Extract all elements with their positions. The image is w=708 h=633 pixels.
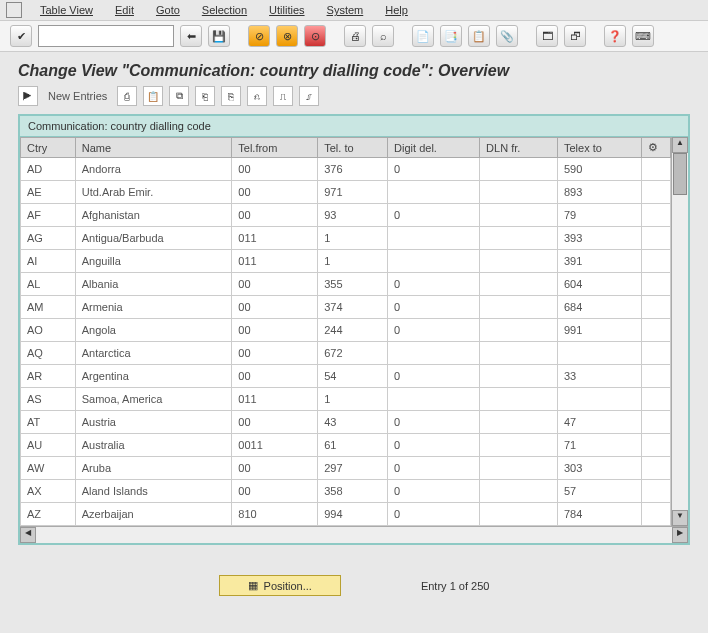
cell[interactable]: 00 xyxy=(232,342,318,365)
scroll-thumb[interactable] xyxy=(673,153,687,195)
cell[interactable] xyxy=(480,411,558,434)
table-row[interactable]: AQAntarctica00672 xyxy=(21,342,671,365)
cell[interactable]: AR xyxy=(21,365,76,388)
page-last-icon[interactable]: 📎 xyxy=(496,25,518,47)
table-row[interactable]: AFAfghanistan0093079 xyxy=(21,204,671,227)
cell[interactable]: 00 xyxy=(232,480,318,503)
menu-edit[interactable]: Edit xyxy=(111,2,138,18)
menu-system[interactable]: System xyxy=(323,2,368,18)
table-row[interactable]: ATAustria0043047 xyxy=(21,411,671,434)
cell[interactable]: 0 xyxy=(388,365,480,388)
cell[interactable]: 376 xyxy=(318,158,388,181)
cell[interactable]: Azerbaijan xyxy=(75,503,232,526)
cell[interactable]: AT xyxy=(21,411,76,434)
cell[interactable]: AS xyxy=(21,388,76,411)
cell[interactable]: 0 xyxy=(388,434,480,457)
cell[interactable] xyxy=(480,365,558,388)
cell[interactable] xyxy=(388,388,480,411)
cell[interactable]: AM xyxy=(21,296,76,319)
find-icon[interactable]: ⌕ xyxy=(372,25,394,47)
cell[interactable]: 994 xyxy=(318,503,388,526)
cell[interactable]: AL xyxy=(21,273,76,296)
cell[interactable]: AQ xyxy=(21,342,76,365)
copy-icon[interactable]: ⎙ xyxy=(117,86,137,106)
cell[interactable]: AZ xyxy=(21,503,76,526)
table-row[interactable]: AXAland Islands00358057 xyxy=(21,480,671,503)
cell[interactable]: 0 xyxy=(388,204,480,227)
cell[interactable]: 1 xyxy=(318,250,388,273)
cell[interactable]: 590 xyxy=(557,158,641,181)
config-icon[interactable]: ⎌ xyxy=(247,86,267,106)
cell[interactable]: 244 xyxy=(318,319,388,342)
cell[interactable]: Armenia xyxy=(75,296,232,319)
page-down-icon[interactable]: 📋 xyxy=(468,25,490,47)
cell[interactable]: 71 xyxy=(557,434,641,457)
menu-icon[interactable] xyxy=(6,2,22,18)
layout-icon[interactable]: 🗗 xyxy=(564,25,586,47)
print2-icon[interactable]: ⎍ xyxy=(273,86,293,106)
cell[interactable] xyxy=(388,227,480,250)
cell[interactable]: Argentina xyxy=(75,365,232,388)
vertical-scrollbar[interactable]: ▲ ▼ xyxy=(671,137,688,526)
menu-utilities[interactable]: Utilities xyxy=(265,2,308,18)
cell[interactable]: AX xyxy=(21,480,76,503)
cell[interactable]: 1 xyxy=(318,227,388,250)
cell[interactable]: 00 xyxy=(232,158,318,181)
cell[interactable]: Angola xyxy=(75,319,232,342)
cell[interactable]: Andorra xyxy=(75,158,232,181)
table-row[interactable]: AGAntigua/Barbuda0111393 xyxy=(21,227,671,250)
cell[interactable]: Afghanistan xyxy=(75,204,232,227)
cell[interactable]: 011 xyxy=(232,227,318,250)
cell[interactable] xyxy=(480,434,558,457)
cell[interactable]: Antigua/Barbuda xyxy=(75,227,232,250)
cell[interactable]: 93 xyxy=(318,204,388,227)
position-button[interactable]: ▦ Position... xyxy=(219,575,341,596)
table-row[interactable]: AUAustralia001161071 xyxy=(21,434,671,457)
cell[interactable]: 00 xyxy=(232,319,318,342)
cell[interactable]: 00 xyxy=(232,181,318,204)
cell[interactable]: 391 xyxy=(557,250,641,273)
cell[interactable]: 00 xyxy=(232,296,318,319)
cell[interactable] xyxy=(480,227,558,250)
cell[interactable]: AG xyxy=(21,227,76,250)
cell[interactable]: AW xyxy=(21,457,76,480)
cell[interactable]: 355 xyxy=(318,273,388,296)
cell[interactable]: 0 xyxy=(388,158,480,181)
table-row[interactable]: AZAzerbaijan8109940784 xyxy=(21,503,671,526)
cell[interactable]: 0011 xyxy=(232,434,318,457)
cell[interactable]: 00 xyxy=(232,457,318,480)
cell[interactable]: 33 xyxy=(557,365,641,388)
cell[interactable] xyxy=(480,204,558,227)
export-icon[interactable]: ⎎ xyxy=(299,86,319,106)
cell[interactable]: 297 xyxy=(318,457,388,480)
cell[interactable]: AE xyxy=(21,181,76,204)
cell[interactable]: 393 xyxy=(557,227,641,250)
menu-goto[interactable]: Goto xyxy=(152,2,184,18)
cell[interactable]: 358 xyxy=(318,480,388,503)
cell[interactable]: AD xyxy=(21,158,76,181)
save-icon[interactable]: 💾 xyxy=(208,25,230,47)
cell[interactable]: 54 xyxy=(318,365,388,388)
table-row[interactable]: ASSamoa, America0111 xyxy=(21,388,671,411)
expand-icon[interactable]: ⯈ xyxy=(18,86,38,106)
menu-table-view[interactable]: Table View xyxy=(36,2,97,18)
table-row[interactable]: AEUtd.Arab Emir.00971893 xyxy=(21,181,671,204)
cell[interactable]: 0 xyxy=(388,480,480,503)
cell[interactable]: Aruba xyxy=(75,457,232,480)
cell[interactable]: Anguilla xyxy=(75,250,232,273)
scroll-right-icon[interactable]: ▶ xyxy=(672,527,688,543)
menu-selection[interactable]: Selection xyxy=(198,2,251,18)
cell[interactable]: Albania xyxy=(75,273,232,296)
cell[interactable]: 303 xyxy=(557,457,641,480)
cell[interactable]: 672 xyxy=(318,342,388,365)
cell[interactable]: 604 xyxy=(557,273,641,296)
cell[interactable]: AF xyxy=(21,204,76,227)
cell[interactable]: Utd.Arab Emir. xyxy=(75,181,232,204)
help2-icon[interactable]: ❓ xyxy=(604,25,626,47)
undo-icon[interactable]: ⧉ xyxy=(169,86,189,106)
col-telfrom[interactable]: Tel.from xyxy=(232,138,318,158)
cell[interactable] xyxy=(480,388,558,411)
cell[interactable] xyxy=(480,181,558,204)
ok-icon[interactable]: ✔ xyxy=(10,25,32,47)
cell[interactable]: 47 xyxy=(557,411,641,434)
